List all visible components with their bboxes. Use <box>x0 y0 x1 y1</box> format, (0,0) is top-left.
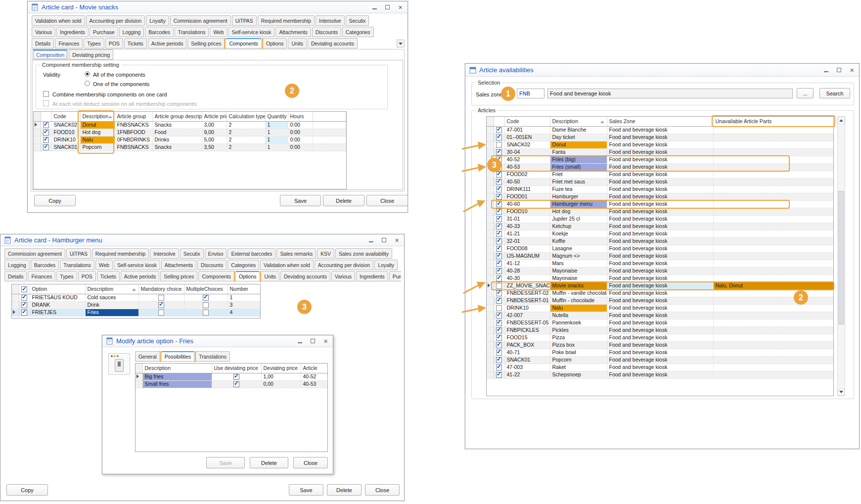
row-selector[interactable] <box>487 193 494 200</box>
tab-active-periods[interactable]: Active periods <box>121 271 160 281</box>
tab-tickets[interactable]: Tickets <box>124 38 147 48</box>
checkbox-checked[interactable] <box>496 127 502 133</box>
column-header-article[interactable]: Article <box>303 365 317 371</box>
tab-logging[interactable]: Logging <box>4 260 30 270</box>
table-row-frietsaus-koud[interactable]: FRIETSAUS KOUDCold sauces1 <box>12 294 261 301</box>
cell[interactable]: 0:00 <box>288 129 313 136</box>
cell[interactable]: ZZ_MOVIE_SNACK <box>504 282 550 289</box>
tab-discounts[interactable]: Discounts <box>197 260 227 270</box>
row-checkbox-cell[interactable] <box>494 312 504 319</box>
browse-button[interactable]: ... <box>797 88 814 98</box>
row-selector[interactable] <box>487 304 494 312</box>
row-selector[interactable] <box>136 380 142 388</box>
titlebar[interactable]: Article availabilities ✕ <box>465 64 859 77</box>
table-row-40-28[interactable]: 40-28MayonaiseFood and beverage kiosk <box>487 267 834 275</box>
tab-secutix[interactable]: Secutix <box>346 15 369 26</box>
table-row-40-53[interactable]: 40-53Fries (small)Food and beverage kios… <box>487 163 834 171</box>
cell[interactable]: Dame Blanche <box>550 126 607 134</box>
row-checkbox-cell[interactable] <box>494 134 504 141</box>
cell[interactable] <box>713 126 834 134</box>
row-checkbox-cell[interactable] <box>494 178 504 185</box>
table-row-40-50[interactable]: 40-50Friet met sausFood and beverage kio… <box>487 178 834 185</box>
cell[interactable]: 30-04 <box>504 148 550 156</box>
cell[interactable]: Food and beverage kiosk <box>607 341 713 349</box>
row-checkbox-cell[interactable] <box>494 304 504 312</box>
column-header-description[interactable]: Description <box>145 365 171 371</box>
row-selector[interactable] <box>487 319 494 326</box>
row-checkbox-cell[interactable] <box>494 223 504 230</box>
cell[interactable] <box>713 215 834 223</box>
checkbox-unchecked[interactable] <box>203 302 209 308</box>
table-row-zz-movie-snack[interactable]: ZZ_MOVIE_SNACKMovie snacksFood and bever… <box>487 282 834 289</box>
row-checkbox-cell[interactable] <box>494 208 504 215</box>
row-checkbox-cell[interactable] <box>41 121 51 129</box>
cell[interactable]: Food and beverage kiosk <box>607 312 713 319</box>
cell[interactable] <box>713 237 834 245</box>
cell[interactable] <box>713 141 834 148</box>
checkbox-unchecked[interactable] <box>496 305 502 311</box>
cell[interactable]: FRIETJES <box>30 309 85 316</box>
cell[interactable]: 3,00 <box>202 121 227 129</box>
cell[interactable]: 1,00 <box>261 373 301 380</box>
cell[interactable] <box>713 275 834 282</box>
row-selector[interactable] <box>487 341 494 349</box>
checkbox-checked[interactable] <box>496 224 502 229</box>
row-checkbox-cell[interactable] <box>494 215 504 223</box>
row-selector[interactable] <box>487 185 494 193</box>
minimize-icon[interactable] <box>371 4 378 10</box>
tab-enviso[interactable]: Enviso <box>205 248 227 259</box>
close-icon[interactable]: ✕ <box>322 338 329 344</box>
cell[interactable] <box>713 245 834 252</box>
tab-ingredients[interactable]: Ingredients <box>356 271 388 281</box>
row-selector[interactable] <box>487 371 494 378</box>
cell[interactable]: Food and beverage kiosk <box>607 260 713 267</box>
row-selector[interactable] <box>487 148 494 156</box>
cell[interactable]: FNBSNACKS <box>115 143 152 151</box>
cell[interactable] <box>713 252 834 260</box>
row-checkbox-cell[interactable] <box>19 294 30 301</box>
cell[interactable] <box>713 289 834 297</box>
row-selector[interactable] <box>487 260 494 267</box>
checkbox-checked[interactable] <box>496 313 502 319</box>
cell[interactable]: FOOD01 <box>504 193 550 200</box>
table-row-32-01[interactable]: 32-01KoffieFood and beverage kiosk <box>487 237 834 245</box>
minimize-icon[interactable] <box>368 237 374 243</box>
tab-units[interactable]: Units <box>288 38 306 48</box>
cell[interactable]: Food and beverage kiosk <box>607 245 713 252</box>
cell[interactable]: Lasagne <box>550 245 607 252</box>
tab-details[interactable]: Details <box>32 38 54 48</box>
row-selector[interactable] <box>34 129 41 136</box>
cell[interactable]: Food and beverage kiosk <box>607 304 713 312</box>
tab-composition[interactable]: Composition <box>33 49 68 60</box>
cell[interactable]: Snacks <box>152 143 202 151</box>
column-header-calculation-type[interactable]: Calculation type <box>229 113 266 119</box>
row-checkbox-cell[interactable] <box>494 371 504 378</box>
row-checkbox-cell[interactable] <box>494 245 504 252</box>
cell[interactable]: DRINK10 <box>51 136 80 143</box>
tab-self-service-kiosk[interactable]: Self-service kiosk <box>228 27 275 37</box>
cell[interactable]: Poke bowl <box>550 349 607 356</box>
cell[interactable] <box>713 371 834 378</box>
cell[interactable]: Food and beverage kiosk <box>607 185 713 193</box>
cell[interactable] <box>713 297 834 304</box>
cell[interactable]: 3,50 <box>202 143 227 151</box>
cell[interactable]: Day ticket <box>550 134 607 141</box>
table-row-fnbpickles[interactable]: FNBPICKLESPicklesFood and beverage kiosk <box>487 326 834 334</box>
combine-components-checkbox[interactable] <box>43 91 49 97</box>
row-selector[interactable] <box>34 136 41 143</box>
row-checkbox-cell[interactable] <box>494 260 504 267</box>
cell[interactable]: Food and beverage kiosk <box>607 237 713 245</box>
sales-zone-name-input[interactable]: Food and beverage kiosk <box>547 89 793 98</box>
search-button[interactable]: Search <box>819 88 850 98</box>
cell[interactable] <box>713 312 834 319</box>
row-checkbox-cell[interactable] <box>494 200 504 208</box>
table-row-snack02[interactable]: SNACK02DonutFNBSNACKSSnacks3,00210:00 <box>34 121 346 129</box>
cell[interactable]: Food and beverage kiosk <box>607 156 713 163</box>
tab-required-membership[interactable]: Required membership <box>92 248 149 259</box>
cell[interactable] <box>713 260 834 267</box>
table-row-31-01[interactable]: 31-01Jupiler 25 clFood and beverage kios… <box>487 215 834 223</box>
cell[interactable]: 0:00 <box>288 121 313 129</box>
close-icon[interactable]: ✕ <box>394 237 400 243</box>
cell[interactable]: Popcorn <box>550 356 607 364</box>
cell[interactable]: FNBPICKLES <box>504 326 550 334</box>
